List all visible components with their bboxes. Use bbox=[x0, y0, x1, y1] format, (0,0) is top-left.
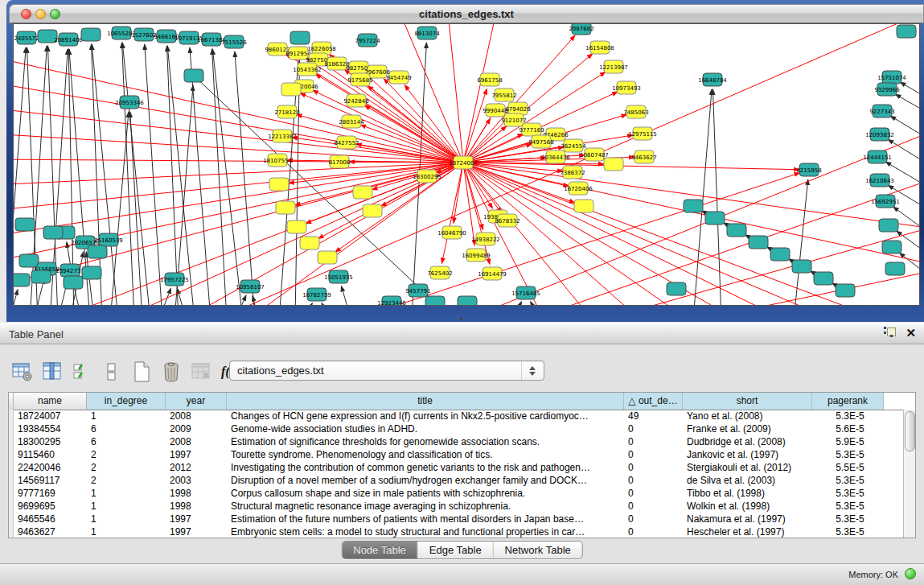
graph-node[interactable] bbox=[287, 220, 306, 233]
table-row[interactable]: 977716911998Corpus callosum shape and si… bbox=[9, 487, 903, 500]
graph-node[interactable] bbox=[425, 296, 445, 305]
float-panel-icon[interactable] bbox=[884, 327, 896, 339]
cell-title[interactable]: Tourette syndrome. Phenomenology and cla… bbox=[227, 448, 624, 461]
graph-node[interactable]: 1527602 bbox=[131, 28, 156, 41]
cell-in-degree[interactable]: 1 bbox=[87, 500, 166, 513]
cell-title[interactable]: Investigating the contribution of common… bbox=[227, 461, 624, 474]
memory-ok-indicator-icon[interactable] bbox=[905, 568, 916, 579]
graph-edge[interactable] bbox=[713, 89, 721, 305]
graph-node[interactable] bbox=[31, 270, 51, 283]
graph-edge[interactable] bbox=[91, 44, 102, 305]
cell-pagerank[interactable]: 5.3E-5 bbox=[812, 410, 884, 422]
graph-edge[interactable] bbox=[145, 44, 162, 305]
cell-short[interactable]: Jankovic et al. (1997) bbox=[683, 448, 812, 461]
close-panel-icon[interactable]: ✕ bbox=[906, 327, 916, 339]
graph-node[interactable] bbox=[14, 274, 30, 286]
graph-edge[interactable] bbox=[122, 43, 150, 305]
cell-out-de-[interactable]: 0 bbox=[624, 461, 683, 474]
cell-title[interactable]: Disruption of a novel member of a sodium… bbox=[227, 474, 624, 487]
graph-node[interactable] bbox=[604, 158, 623, 171]
cell-name[interactable]: 19384554 bbox=[14, 422, 87, 435]
create-new-column-button[interactable] bbox=[130, 360, 153, 384]
cell-pagerank[interactable]: 5.9E-5 bbox=[812, 435, 884, 448]
graph-node[interactable]: 16154808 bbox=[585, 41, 614, 54]
cell-title[interactable]: Genome-wide association studies in ADHD. bbox=[227, 422, 624, 435]
graph-node[interactable]: 12093832 bbox=[865, 128, 894, 141]
graph-node[interactable]: 16914479 bbox=[478, 267, 507, 280]
graph-edge[interactable] bbox=[303, 303, 312, 305]
graph-node[interactable]: 2405572 bbox=[14, 31, 39, 44]
graph-node[interactable] bbox=[792, 260, 811, 273]
cell-in-degree[interactable]: 1 bbox=[87, 513, 166, 525]
cell-pagerank[interactable]: 5.3E-5 bbox=[812, 474, 884, 487]
toggle-row-height-button[interactable] bbox=[101, 360, 123, 384]
graph-node[interactable] bbox=[353, 186, 372, 199]
graph-node[interactable]: 3624554 bbox=[561, 139, 586, 152]
cell-title[interactable]: Embryonic stem cells: a model to study s… bbox=[227, 525, 624, 538]
graph-node[interactable] bbox=[318, 251, 337, 264]
graph-node[interactable]: 16782759 bbox=[302, 288, 331, 301]
graph-node[interactable] bbox=[269, 178, 289, 191]
graph-node[interactable] bbox=[836, 284, 855, 297]
graph-node[interactable]: 9777169 bbox=[519, 123, 544, 136]
graph-node[interactable]: 15751074 bbox=[877, 71, 906, 84]
graph-node[interactable] bbox=[749, 236, 768, 249]
graph-node[interactable]: 2718120 bbox=[274, 105, 299, 118]
cell-year[interactable]: 2009 bbox=[166, 422, 227, 435]
cell-in-degree[interactable]: 6 bbox=[87, 435, 166, 448]
graph-node[interactable] bbox=[300, 237, 319, 249]
cell-short[interactable]: Hescheler et al. (1997) bbox=[683, 525, 812, 538]
column-header-pagerank[interactable]: pagerank bbox=[812, 393, 884, 410]
graph-node[interactable]: 16046790 bbox=[437, 226, 466, 239]
graph-edge[interactable] bbox=[366, 74, 463, 163]
cell-name[interactable]: 22420046 bbox=[14, 461, 87, 474]
cell-short[interactable]: Stergiakouli et al. (2012) bbox=[683, 461, 812, 474]
cell-year[interactable]: 1997 bbox=[166, 513, 227, 525]
cell-year[interactable]: 1997 bbox=[166, 448, 227, 461]
cell-short[interactable]: Wolkin et al. (1998) bbox=[683, 500, 812, 513]
table-row[interactable]: 1872400712008Changes of HCN gene express… bbox=[9, 410, 903, 422]
cell-in-degree[interactable]: 2 bbox=[87, 448, 166, 461]
cell-name[interactable]: 9115460 bbox=[14, 448, 87, 461]
graph-node[interactable]: 7515526 bbox=[221, 35, 247, 48]
graph-node[interactable]: 12923446 bbox=[377, 296, 406, 305]
cell-short[interactable]: Dudbridge et al. (2008) bbox=[683, 435, 812, 448]
cell-out-de-[interactable]: 0 bbox=[624, 525, 683, 538]
graph-node[interactable]: 7957224 bbox=[355, 34, 380, 47]
graph-edge[interactable] bbox=[895, 94, 919, 119]
cell-title[interactable]: Changes of HCN gene expression and I(f) … bbox=[227, 410, 624, 422]
graph-node[interactable] bbox=[184, 69, 203, 82]
cell-name[interactable]: 9699695 bbox=[14, 500, 87, 513]
column-header-name[interactable]: name bbox=[14, 393, 87, 410]
cell-out-de-[interactable]: 0 bbox=[624, 474, 683, 487]
graph-node[interactable]: 7386372 bbox=[560, 166, 585, 179]
graph-node[interactable]: 9329966 bbox=[874, 83, 900, 96]
graph-node[interactable]: 12444151 bbox=[863, 150, 892, 163]
graph-node[interactable]: 8454749 bbox=[386, 71, 411, 84]
graph-node[interactable] bbox=[281, 83, 301, 96]
graph-node[interactable]: 9457791 bbox=[405, 284, 430, 297]
graph-node[interactable] bbox=[276, 201, 295, 214]
cell-short[interactable]: Franke et al. (2009) bbox=[683, 422, 812, 435]
cell-year[interactable]: 1998 bbox=[166, 500, 227, 513]
cell-name[interactable]: 14569117 bbox=[14, 474, 87, 487]
graph-node[interactable] bbox=[43, 226, 63, 239]
cell-out-de-[interactable]: 0 bbox=[624, 500, 683, 513]
cell-in-degree[interactable]: 2 bbox=[87, 474, 166, 487]
scrollbar-thumb[interactable] bbox=[905, 411, 915, 451]
graph-node[interactable] bbox=[64, 276, 83, 289]
tab-edge-table[interactable]: Edge Table bbox=[417, 542, 493, 558]
graph-edge[interactable] bbox=[463, 35, 575, 163]
graph-edge[interactable] bbox=[441, 163, 463, 263]
graph-edge[interactable] bbox=[235, 51, 255, 305]
graph-node[interactable]: 15051935 bbox=[324, 270, 353, 283]
graph-node[interactable] bbox=[727, 224, 746, 237]
graph-node[interactable]: 20891406 bbox=[54, 33, 83, 46]
graph-node[interactable]: 8215958 bbox=[796, 163, 821, 176]
graph-edge[interactable] bbox=[14, 159, 463, 163]
graph-node[interactable]: 12975115 bbox=[628, 127, 657, 140]
graph-node[interactable]: 9990448 bbox=[483, 104, 507, 117]
graph-edge[interactable] bbox=[167, 46, 179, 305]
graph-edge[interactable] bbox=[463, 163, 544, 305]
select-all-rows-button[interactable] bbox=[71, 360, 93, 384]
